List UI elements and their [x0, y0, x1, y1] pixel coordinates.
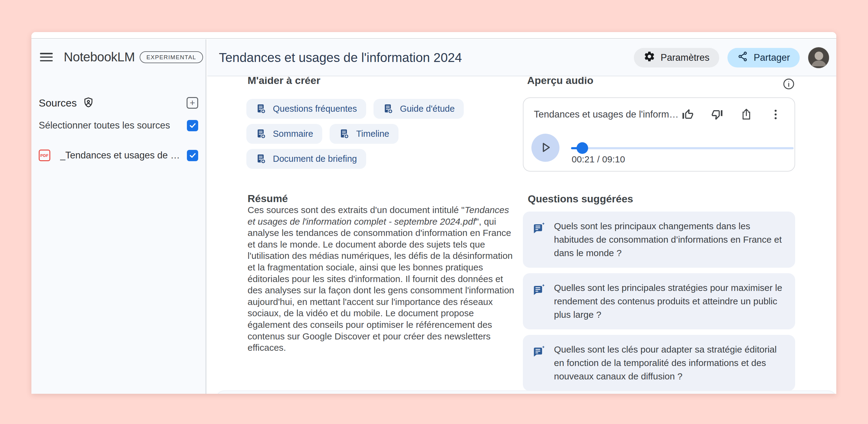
suggested-question-card[interactable]: Quels sont les principaux changements da… [523, 211, 795, 268]
slider-track[interactable] [571, 147, 794, 149]
create-heading: M'aider à créer [248, 77, 320, 86]
note-add-icon [339, 128, 350, 140]
source-item-checkbox[interactable] [187, 150, 198, 161]
audio-time: 00:21 / 09:10 [572, 154, 625, 165]
app-logo: NotebookLM [64, 50, 135, 64]
create-chip[interactable]: Guide d'étude [373, 99, 464, 119]
more-vert-icon[interactable] [769, 108, 782, 121]
settings-button[interactable]: Paramètres [634, 48, 719, 67]
note-add-icon [255, 103, 267, 114]
create-chip-label: Timeline [356, 129, 389, 139]
share-button-label: Partager [754, 52, 790, 63]
audio-title-row: Tendances et usages de l'inform… [534, 108, 782, 121]
create-chip[interactable]: Document de briefing [246, 149, 366, 169]
menu-icon[interactable] [40, 52, 53, 62]
sidebar: NotebookLM EXPERIMENTAL Sources + Sélect… [31, 39, 207, 394]
source-list-item[interactable]: PDF _Tendances et usages de … [39, 149, 198, 162]
experimental-badge: EXPERIMENTAL [140, 51, 203, 63]
logo-row: NotebookLM EXPERIMENTAL [40, 50, 203, 64]
header: Tendances et usages de l'information 202… [207, 39, 836, 76]
audio-overview-heading: Aperçu audio [527, 77, 593, 86]
create-chip-label: Sommaire [273, 129, 313, 139]
sources-title: Sources [39, 97, 77, 109]
pdf-file-icon: PDF [39, 149, 50, 161]
suggested-question-card[interactable]: Quelles sont les clés pour adapter sa st… [523, 335, 795, 391]
thumbs-up-icon[interactable] [681, 108, 694, 121]
play-button[interactable] [531, 134, 559, 162]
audio-actions [681, 108, 782, 121]
notebooklm-app: NotebookLM EXPERIMENTAL Sources + Sélect… [31, 39, 836, 394]
gear-icon [644, 51, 655, 65]
chat-question-icon [532, 283, 546, 297]
note-add-icon [383, 103, 394, 114]
create-chip[interactable]: Sommaire [246, 124, 322, 144]
suggested-question-text: Quels sont les principaux changements da… [554, 220, 785, 260]
add-source-button[interactable]: + [187, 97, 198, 109]
thumbs-down-icon[interactable] [710, 108, 724, 121]
avatar[interactable] [808, 47, 829, 68]
share-button[interactable]: Partager [727, 48, 800, 67]
window-top-strip [31, 32, 836, 39]
suggested-question-card[interactable]: Quelles sont les principales stratégies … [523, 273, 795, 329]
header-actions: Paramètres Partager [634, 47, 829, 68]
create-chip-label: Document de briefing [273, 154, 357, 164]
create-chip-list: Questions fréquentes [246, 99, 487, 169]
source-privacy-shield-icon [82, 97, 94, 109]
create-chip-label: Questions fréquentes [273, 104, 357, 114]
share-nodes-icon [737, 51, 748, 64]
summary-text: Ces sources sont des extraits d'un docum… [248, 204, 515, 354]
audio-player-card: Tendances et usages de l'inform… [523, 97, 795, 172]
select-all-checkbox[interactable] [187, 120, 198, 131]
main-content: M'aider à créer [207, 77, 836, 394]
select-all-label: Sélectionner toutes les sources [39, 120, 170, 131]
source-item-label: _Tendances et usages de … [60, 150, 180, 161]
sources-header-row: Sources + [39, 96, 198, 110]
audio-track-title: Tendances et usages de l'inform… [534, 109, 681, 120]
select-all-row: Sélectionner toutes les sources [39, 119, 198, 132]
settings-button-label: Paramètres [661, 52, 709, 63]
note-add-icon [255, 153, 267, 165]
audio-progress-slider[interactable] [571, 142, 794, 154]
suggested-question-list: Quels sont les principaux changements da… [523, 211, 795, 391]
app-window: NotebookLM EXPERIMENTAL Sources + Sélect… [31, 32, 836, 394]
suggested-questions-heading: Questions suggérées [528, 193, 633, 205]
note-add-icon [255, 128, 267, 140]
create-chip[interactable]: Questions fréquentes [246, 99, 366, 119]
slider-thumb[interactable] [577, 142, 588, 154]
notebook-title[interactable]: Tendances et usages de l'information 202… [219, 50, 462, 65]
suggested-question-text: Quelles sont les clés pour adapter sa st… [554, 343, 785, 383]
share-upload-icon[interactable] [740, 108, 753, 121]
create-chip-label: Guide d'étude [400, 104, 455, 114]
info-icon[interactable] [782, 78, 795, 90]
summary-heading: Résumé [248, 193, 288, 204]
play-icon [538, 140, 553, 156]
chat-question-icon [532, 221, 546, 235]
chat-question-icon [532, 344, 546, 358]
create-chip[interactable]: Timeline [330, 124, 399, 144]
suggested-question-text: Quelles sont les principales stratégies … [554, 281, 785, 321]
chat-input-panel-peek[interactable] [216, 390, 836, 394]
